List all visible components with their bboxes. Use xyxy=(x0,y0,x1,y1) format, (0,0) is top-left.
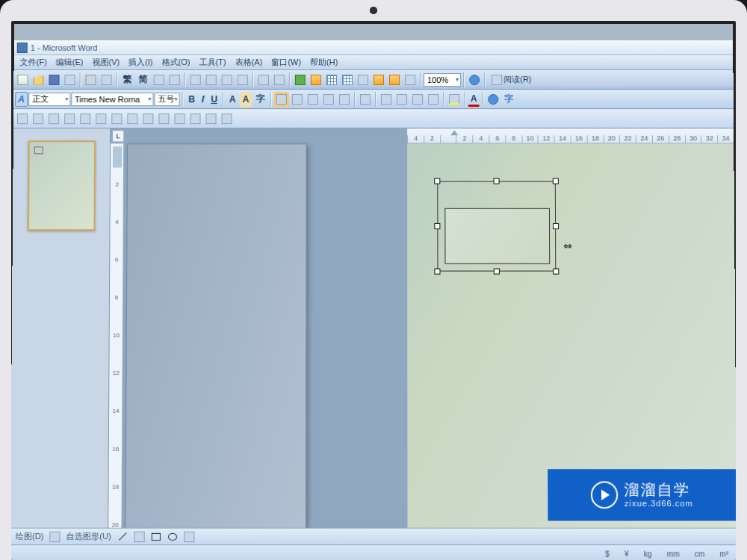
resize-handle-t[interactable] xyxy=(494,178,500,184)
font-color-button[interactable]: A xyxy=(468,92,480,107)
page-thumbnail-1[interactable] xyxy=(27,140,95,231)
menu-file[interactable]: 文件(F) xyxy=(16,55,52,69)
open-button[interactable] xyxy=(31,72,46,87)
resize-handle-r[interactable] xyxy=(553,223,559,229)
transparent-button[interactable] xyxy=(204,111,219,126)
align-center-button[interactable] xyxy=(290,92,305,107)
insert-table-button[interactable] xyxy=(324,72,339,87)
pointer-icon xyxy=(50,531,61,541)
color-button[interactable] xyxy=(31,111,46,126)
resize-handle-tl[interactable] xyxy=(434,178,440,184)
italic-button[interactable]: I xyxy=(199,92,207,107)
outdent-button[interactable] xyxy=(410,92,425,107)
menu-view[interactable]: 视图(V) xyxy=(87,55,124,69)
size-combo[interactable]: 五号 xyxy=(154,93,179,106)
cut-button[interactable] xyxy=(188,72,203,87)
char-shading-button[interactable]: A xyxy=(240,92,252,107)
menu-table[interactable]: 表格(A) xyxy=(231,55,267,69)
style-combo[interactable]: 正文 xyxy=(28,93,70,106)
selected-shape-group[interactable]: ⇔ xyxy=(437,181,556,272)
resize-cursor-icon: ⇔ xyxy=(563,240,572,252)
rectangle-button[interactable] xyxy=(148,529,163,544)
arrow-button[interactable] xyxy=(131,529,146,544)
indent-marker[interactable] xyxy=(450,130,458,135)
menu-insert[interactable]: 插入(I) xyxy=(124,55,158,69)
menu-format[interactable]: 格式(O) xyxy=(158,55,195,69)
rotate-left-button[interactable] xyxy=(125,111,140,126)
research-button[interactable] xyxy=(167,72,182,87)
drawing-button[interactable] xyxy=(371,72,386,87)
showmarks-button[interactable] xyxy=(403,72,418,87)
vertical-ruler[interactable]: 2 4 6 8 10 12 14 16 18 20 xyxy=(108,143,124,560)
numbering-button[interactable] xyxy=(379,92,394,107)
reset-button[interactable] xyxy=(220,111,235,126)
more-bright-button[interactable] xyxy=(78,111,93,126)
line-spacing-button[interactable] xyxy=(358,92,373,107)
copy-button[interactable] xyxy=(204,72,219,87)
align-left-button[interactable] xyxy=(273,92,288,107)
char-scale-button[interactable]: 字 xyxy=(252,92,267,107)
resize-handle-b[interactable] xyxy=(494,268,500,274)
resize-handle-tr[interactable] xyxy=(553,178,559,184)
horizontal-ruler[interactable]: 4 2 2 4 6 8 10 12 14 16 xyxy=(407,128,734,143)
bullets-button[interactable] xyxy=(394,92,409,107)
line-style-button[interactable] xyxy=(140,111,155,126)
spelling-button[interactable] xyxy=(152,72,167,87)
insert-picture-button[interactable] xyxy=(15,111,30,126)
help-button[interactable] xyxy=(467,72,482,87)
rectangle-shape[interactable] xyxy=(444,208,550,264)
tab-selector[interactable]: L xyxy=(112,130,124,142)
align-right-button[interactable] xyxy=(306,92,320,107)
autoshapes-menu[interactable]: 自选图形(U) xyxy=(64,531,114,542)
menu-edit[interactable]: 编辑(E) xyxy=(52,55,88,69)
paste-button[interactable] xyxy=(220,72,235,87)
oval-button[interactable] xyxy=(165,529,180,544)
preview-button[interactable] xyxy=(99,72,114,87)
textbox-button[interactable] xyxy=(182,529,196,544)
line-button[interactable] xyxy=(115,529,130,544)
underline-button[interactable]: U xyxy=(208,92,220,107)
tables-borders-button[interactable] xyxy=(309,72,323,87)
resize-handle-l[interactable] xyxy=(434,223,440,229)
read-button[interactable]: 阅读(R) xyxy=(488,72,535,87)
bold-button[interactable]: B xyxy=(185,92,198,107)
menu-tools[interactable]: 工具(T) xyxy=(194,55,230,69)
select-objects-button[interactable] xyxy=(48,529,63,544)
font-combo[interactable]: Times New Roma xyxy=(71,93,153,106)
less-bright-button[interactable] xyxy=(93,111,108,126)
crop-button[interactable] xyxy=(109,111,124,126)
more-contrast-button[interactable] xyxy=(46,111,61,126)
formatpainter-button[interactable] xyxy=(235,72,250,87)
sc-button[interactable]: 简 xyxy=(136,72,151,87)
new-button[interactable] xyxy=(15,72,30,87)
asian-layout-button[interactable] xyxy=(486,92,501,107)
align-distribute-button[interactable] xyxy=(337,92,352,107)
align-justify-button[interactable] xyxy=(321,92,336,107)
highlight-button[interactable] xyxy=(447,92,462,107)
less-contrast-button[interactable] xyxy=(62,111,77,126)
redo-button[interactable] xyxy=(272,72,287,87)
hyperlink-button[interactable] xyxy=(293,72,308,87)
format-object-button[interactable] xyxy=(187,111,202,126)
print-layout-page[interactable] xyxy=(125,143,307,560)
compress-button[interactable] xyxy=(156,111,171,126)
resize-handle-bl[interactable] xyxy=(434,268,440,274)
docmap-button[interactable] xyxy=(387,72,402,87)
char-border-button[interactable]: A xyxy=(226,92,239,107)
styles-button[interactable]: A xyxy=(15,92,28,107)
permission-button[interactable] xyxy=(62,72,77,87)
columns-button[interactable] xyxy=(356,72,371,87)
menu-window[interactable]: 窗口(W) xyxy=(267,55,306,69)
phonetic-button[interactable]: 字 xyxy=(502,92,517,107)
draw-menu[interactable]: 绘图(D) xyxy=(13,531,46,542)
resize-handle-br[interactable] xyxy=(553,268,559,274)
zoom-combo[interactable]: 100% xyxy=(424,73,461,87)
save-button[interactable] xyxy=(46,72,61,87)
insert-excel-button[interactable] xyxy=(340,72,355,87)
text-wrap-button[interactable] xyxy=(172,111,187,126)
menu-help[interactable]: 帮助(H) xyxy=(306,55,342,69)
undo-button[interactable] xyxy=(256,72,271,87)
print-button[interactable] xyxy=(83,72,98,87)
indent-button[interactable] xyxy=(426,92,441,107)
tc-button[interactable]: 繁 xyxy=(120,72,135,87)
